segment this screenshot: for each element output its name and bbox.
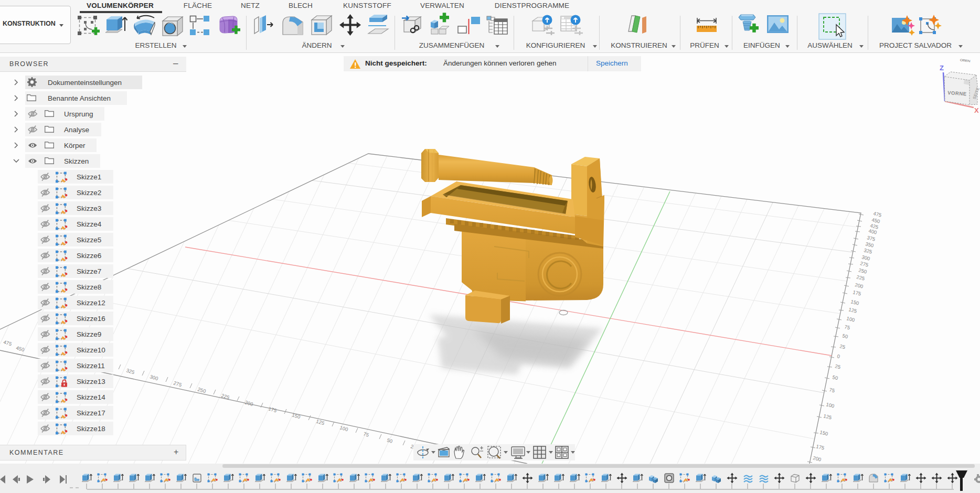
svg-text:Ursprung: Ursprung: [64, 110, 93, 118]
svg-text:300: 300: [149, 373, 158, 381]
svg-text:475: 475: [3, 339, 12, 347]
svg-text:275: 275: [173, 380, 182, 388]
svg-text:Skizze2: Skizze2: [77, 189, 101, 197]
svg-text:200: 200: [813, 455, 822, 462]
svg-text:450: 450: [15, 345, 25, 352]
svg-text:200: 200: [855, 282, 864, 289]
svg-text:175: 175: [816, 443, 825, 451]
svg-text:Skizze14: Skizze14: [77, 393, 105, 401]
svg-text:225: 225: [220, 392, 230, 400]
svg-text:Dokumenteinstellungen: Dokumenteinstellungen: [48, 79, 122, 87]
svg-text:Z: Z: [940, 64, 944, 72]
svg-text:225: 225: [856, 274, 866, 281]
svg-text:75: 75: [363, 431, 369, 437]
svg-text:75: 75: [829, 387, 836, 393]
svg-text:175: 175: [268, 405, 277, 413]
svg-text:325: 325: [864, 247, 873, 254]
svg-text:Skizze8: Skizze8: [77, 283, 101, 291]
svg-text:X: X: [974, 106, 979, 114]
svg-text:50: 50: [386, 437, 393, 444]
svg-text:Skizze1: Skizze1: [77, 173, 101, 181]
svg-text:50: 50: [842, 333, 849, 339]
svg-text:75: 75: [844, 324, 851, 330]
svg-text:Skizze10: Skizze10: [77, 346, 105, 354]
svg-text:Skizze11: Skizze11: [77, 362, 105, 370]
svg-text:Analyse: Analyse: [64, 126, 89, 134]
svg-text:150: 150: [819, 429, 829, 436]
svg-text:0: 0: [837, 353, 841, 359]
svg-text:175: 175: [853, 289, 862, 296]
svg-text:Skizze9: Skizze9: [77, 330, 101, 338]
svg-text:200: 200: [244, 399, 253, 407]
svg-text:Skizze7: Skizze7: [77, 267, 101, 275]
svg-text:250: 250: [858, 267, 868, 274]
svg-text:Skizze6: Skizze6: [77, 252, 101, 260]
svg-text:325: 325: [125, 367, 135, 375]
svg-text:50: 50: [832, 374, 839, 381]
svg-text:25: 25: [835, 363, 841, 370]
svg-text:275: 275: [860, 260, 869, 267]
svg-text:125: 125: [823, 413, 833, 420]
svg-text:Skizze16: Skizze16: [77, 315, 105, 323]
svg-text:Skizze12: Skizze12: [77, 299, 105, 307]
svg-text:150: 150: [850, 298, 860, 306]
svg-text:25: 25: [839, 343, 846, 350]
svg-text:100: 100: [846, 315, 856, 323]
svg-text:100: 100: [339, 424, 348, 432]
svg-text:Skizze13: Skizze13: [77, 378, 105, 385]
svg-text:Skizzen: Skizzen: [64, 157, 89, 165]
svg-text:Skizze5: Skizze5: [77, 236, 101, 244]
svg-text:Skizze4: Skizze4: [77, 220, 102, 228]
svg-text:100: 100: [826, 401, 835, 409]
svg-text:125: 125: [315, 418, 325, 426]
svg-text:Skizze3: Skizze3: [77, 205, 101, 212]
svg-text:150: 150: [291, 412, 301, 420]
svg-text:Skizze18: Skizze18: [77, 425, 105, 433]
svg-text:125: 125: [848, 306, 858, 314]
svg-text:400: 400: [868, 228, 878, 235]
svg-text:Körper: Körper: [64, 142, 86, 149]
svg-text:OBEN: OBEN: [960, 58, 971, 63]
svg-text:Skizze17: Skizze17: [77, 409, 105, 417]
svg-text:Benannte Ansichten: Benannte Ansichten: [48, 94, 111, 102]
